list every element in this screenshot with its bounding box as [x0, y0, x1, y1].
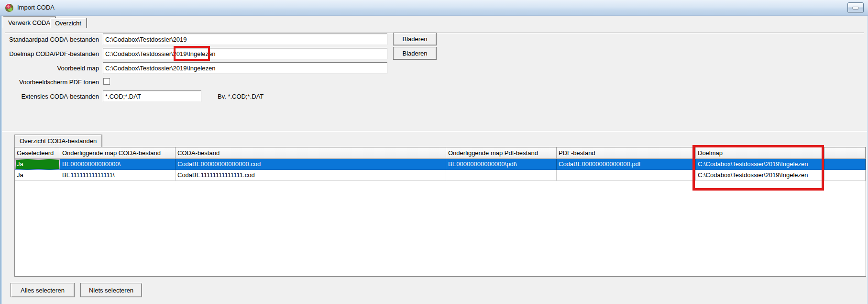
cell-map-coda: BE00000000000000\: [60, 159, 176, 170]
extensies-hint: Bv. *.COD;*.DAT: [218, 93, 264, 100]
cell-geselecteerd: Ja: [15, 170, 60, 181]
select-none-button[interactable]: Niets selecteren: [80, 283, 142, 297]
label-standaardpad: Standaardpad CODA-bestanden: [3, 36, 99, 43]
tab-verwerk-coda[interactable]: Verwerk CODA: [3, 16, 55, 28]
minimize-icon: [852, 7, 859, 10]
cell-pdf-bestand: CodaBE00000000000000.pdf: [557, 159, 696, 170]
tab-overzicht[interactable]: Overzicht: [50, 18, 87, 28]
column-header-coda-bestand[interactable]: CODA-bestand: [176, 147, 446, 159]
voorbeeldscherm-checkbox[interactable]: [103, 78, 110, 85]
column-header-geselecteerd[interactable]: Geselecteerd: [15, 147, 60, 159]
cell-doelmap: C:\Codabox\Testdossier\2019\Ingelezen: [696, 159, 825, 170]
standaardpad-input[interactable]: [103, 34, 387, 45]
cell-filler: [825, 159, 866, 170]
cell-map-pdf: BE00000000000000\pdf\: [446, 159, 557, 170]
titlebar: Import CODA: [0, 0, 868, 16]
column-header-onderliggende-map-pdf[interactable]: Onderliggende map Pdf-bestand: [446, 147, 557, 159]
bladeren-button-2[interactable]: Bladeren: [393, 47, 437, 60]
select-all-button[interactable]: Alles selecteren: [11, 283, 75, 297]
cell-geselecteerd: Ja: [15, 159, 60, 170]
cell-filler: [825, 170, 866, 181]
coda-files-table: Geselecteerd Onderliggende map CODA-best…: [14, 147, 866, 277]
voorbeeld-map-input[interactable]: [103, 62, 387, 74]
label-extensies: Extensies CODA-bestanden: [3, 93, 99, 100]
section-separator: [2, 131, 867, 132]
cell-map-coda: BE11111111111111\: [60, 170, 176, 181]
table-row[interactable]: Ja BE00000000000000\ CodaBE0000000000000…: [15, 159, 866, 170]
cell-coda-bestand: CodaBE00000000000000.cod: [176, 159, 446, 170]
column-header-doelmap[interactable]: Doelmap: [696, 147, 825, 159]
table-row[interactable]: Ja BE11111111111111\ CodaBE1111111111111…: [15, 170, 866, 181]
column-header-filler: [825, 147, 866, 159]
cell-coda-bestand: CodaBE11111111111111.cod: [176, 170, 446, 181]
label-voorbeeld-map: Voorbeeld map: [3, 65, 99, 72]
label-voorbeeldscherm: Voorbeeldscherm PDF tonen: [3, 79, 99, 86]
label-doelmap: Doelmap CODA/PDF-bestanden: [3, 50, 99, 57]
table-header-row: Geselecteerd Onderliggende map CODA-best…: [15, 147, 866, 159]
bladeren-button-1[interactable]: Bladeren: [393, 33, 437, 45]
column-header-pdf-bestand[interactable]: PDF-bestand: [557, 147, 696, 159]
window-left-border: [0, 16, 2, 304]
cell-pdf-bestand: [557, 170, 696, 181]
minimize-button[interactable]: [847, 2, 864, 13]
cell-map-pdf: [446, 170, 557, 181]
import-coda-window: Import CODA Verwerk CODA Overzicht Stand…: [0, 0, 868, 304]
doelmap-input[interactable]: [103, 48, 387, 59]
cell-doelmap: C:\Codabox\Testdossier\2019\Ingelezen: [696, 170, 825, 181]
tab-overzicht-coda-bestanden[interactable]: Overzicht CODA-bestanden: [14, 135, 102, 147]
app-icon: [5, 4, 13, 12]
window-title: Import CODA: [17, 4, 55, 11]
extensies-input[interactable]: [103, 90, 201, 102]
column-header-onderliggende-map-coda[interactable]: Onderliggende map CODA-bestand: [60, 147, 176, 159]
